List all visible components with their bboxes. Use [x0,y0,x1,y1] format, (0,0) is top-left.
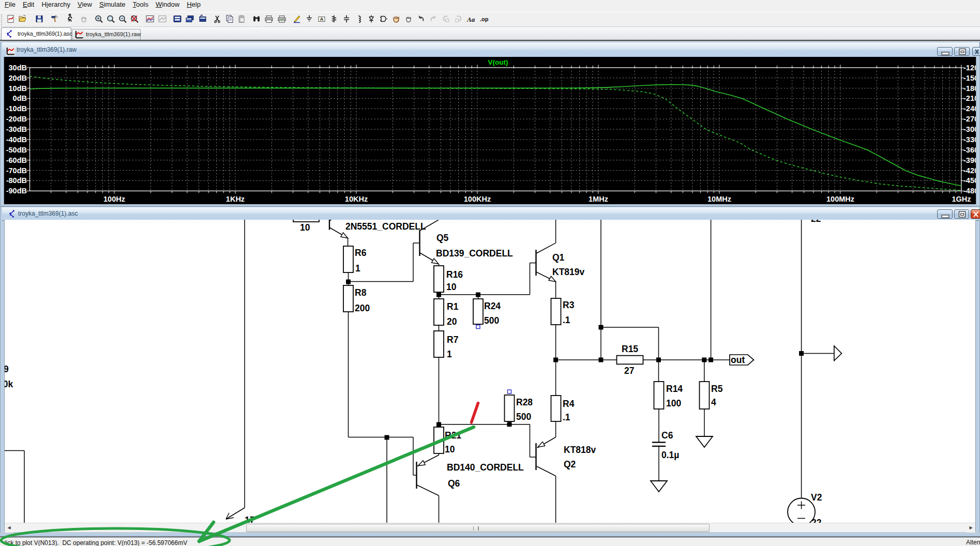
svg-text:R8: R8 [355,287,367,298]
svg-text:10KHz: 10KHz [345,195,368,203]
svg-text:-390: -390 [963,156,976,164]
svg-text:R4: R4 [563,399,575,409]
svg-text:1GHz: 1GHz [952,195,971,203]
svg-text:-60dB: -60dB [6,156,27,164]
svg-text:500: 500 [516,412,531,422]
svg-text:-70dB: -70dB [6,166,27,175]
svg-text:Q1: Q1 [552,252,565,263]
svg-text:R7: R7 [447,335,458,345]
svg-text:-20dB: -20dB [6,115,27,123]
svg-text:-150: -150 [963,74,976,82]
svg-text:V(out): V(out) [488,58,508,66]
svg-text:1: 1 [355,263,360,274]
svg-text:R5: R5 [711,384,723,394]
svg-text:.1: .1 [563,315,570,325]
svg-text:-80dB: -80dB [6,176,27,185]
svg-text:-50dB: -50dB [6,146,27,154]
svg-text:-420: -420 [963,166,976,175]
svg-text:500: 500 [484,315,499,326]
svg-text:-180: -180 [963,84,976,93]
svg-text:Aa: Aa [466,16,475,23]
svg-text:17: 17 [245,515,254,523]
svg-text:R6: R6 [355,248,367,258]
svg-text:.1: .1 [563,412,570,422]
svg-text:1MHz: 1MHz [589,195,608,203]
svg-text:10: 10 [446,282,457,292]
svg-text:-240: -240 [963,104,976,113]
svg-text:R21: R21 [445,430,461,441]
svg-text:-300: -300 [963,125,976,133]
svg-text:1KHz: 1KHz [226,195,245,203]
svg-text:R3: R3 [563,300,575,310]
svg-text:2N5551_CORDELL: 2N5551_CORDELL [345,221,426,232]
svg-text:.op: .op [480,16,489,22]
svg-text:A: A [320,17,324,22]
svg-text:-330: -330 [963,135,976,144]
svg-text:.0k: .0k [5,379,13,389]
svg-text:20: 20 [447,316,457,327]
svg-text:R15: R15 [622,344,638,354]
svg-text:BD139_CORDELL: BD139_CORDELL [436,248,513,259]
svg-text:100KHz: 100KHz [464,195,491,203]
svg-text:KT818v: KT818v [564,445,596,455]
svg-text:R16: R16 [446,269,463,280]
svg-text:10dB: 10dB [9,84,27,93]
svg-text:Q2: Q2 [564,459,576,469]
svg-text:0dB: 0dB [13,94,27,102]
svg-text:20dB: 20dB [9,74,27,82]
svg-text:-450: -450 [963,176,976,185]
svg-text:10MHz: 10MHz [707,195,731,203]
svg-text:V2: V2 [811,492,822,503]
svg-text:-270: -270 [963,115,976,123]
svg-text:22: 22 [811,518,822,523]
svg-text:22: 22 [811,220,821,224]
svg-text:out: out [731,355,745,365]
svg-text:27: 27 [624,366,634,376]
svg-text:KT819v: KT819v [552,267,585,277]
svg-text:Q6: Q6 [448,478,460,489]
svg-text:-30dB: -30dB [6,125,27,133]
svg-text:C6: C6 [661,430,673,441]
svg-text:100MHz: 100MHz [826,195,854,203]
svg-text:R14: R14 [666,384,683,394]
svg-text:-480: -480 [963,187,976,195]
svg-text:-90dB: -90dB [6,187,27,195]
svg-text:30dB: 30dB [9,64,27,72]
svg-text:-10dB: -10dB [6,104,27,113]
svg-text:200: 200 [355,303,370,313]
svg-text:-210: -210 [963,94,976,102]
svg-text:4: 4 [711,397,716,407]
svg-text:0.1µ: 0.1µ [661,450,679,460]
svg-text:10: 10 [445,444,455,454]
svg-text:R28: R28 [516,397,533,407]
svg-text:-120: -120 [963,64,976,72]
svg-text:R1: R1 [447,301,459,312]
svg-text:10: 10 [300,222,310,233]
svg-text:9: 9 [5,364,9,374]
svg-text:Q5: Q5 [436,233,449,243]
svg-text:100: 100 [666,398,681,408]
svg-text:1: 1 [447,349,452,359]
svg-text:-40dB: -40dB [6,135,27,144]
svg-text:R24: R24 [484,301,501,311]
svg-text:100Hz: 100Hz [103,195,125,203]
svg-text:-360: -360 [963,146,976,154]
svg-text:BD140_CORDELL: BD140_CORDELL [447,462,524,473]
